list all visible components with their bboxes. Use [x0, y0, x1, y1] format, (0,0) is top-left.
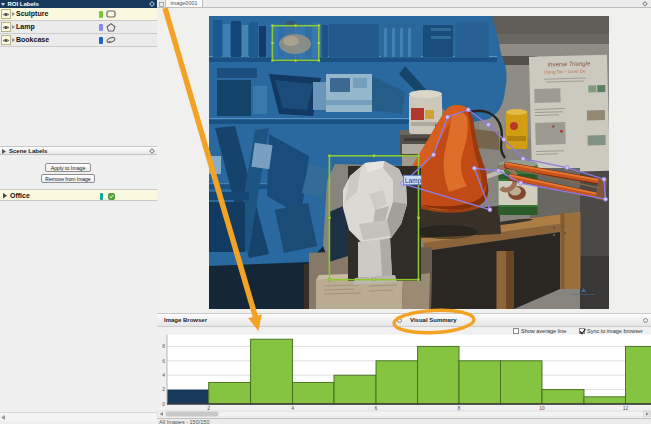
svg-text:8: 8: [458, 405, 461, 411]
svg-text:Lamp: Lamp: [405, 177, 422, 185]
svg-text:2: 2: [207, 405, 210, 411]
svg-text:0: 0: [162, 401, 165, 407]
svg-text:8: 8: [162, 343, 165, 349]
svg-text:2: 2: [162, 386, 165, 392]
svg-text:10: 10: [539, 405, 545, 411]
svg-text:4: 4: [291, 405, 294, 411]
svg-text:6: 6: [162, 358, 165, 364]
svg-text:6: 6: [375, 405, 378, 411]
svg-text:4: 4: [162, 372, 165, 378]
svg-text:12: 12: [623, 405, 629, 411]
